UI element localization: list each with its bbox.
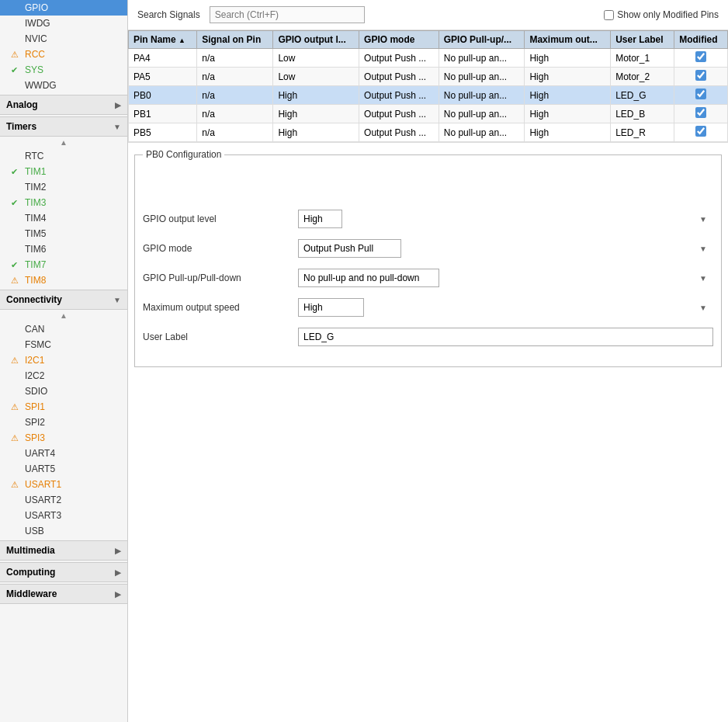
col-modified[interactable]: Modified xyxy=(674,31,728,49)
sidebar-item-tim6[interactable]: TIM6 xyxy=(0,241,127,257)
computing-section[interactable]: Computing ▶ xyxy=(0,562,127,582)
col-gpio-mode[interactable]: GPIO mode xyxy=(359,31,439,49)
scroll-up-arrow[interactable]: ▲ xyxy=(0,137,127,148)
table-cell: Output Push ... xyxy=(359,105,439,123)
sidebar: GPIO IWDG NVIC ⚠ RCC ✔ SYS WWDG Analog ▶… xyxy=(0,0,128,722)
max-output-speed-select[interactable]: Low Medium High Very High xyxy=(298,298,364,317)
table-row[interactable]: PB1n/aHighOutput Push ...No pull-up an..… xyxy=(129,105,728,123)
multimedia-section[interactable]: Multimedia ▶ xyxy=(0,540,127,561)
modified-checkbox[interactable] xyxy=(695,126,706,137)
sidebar-item-uart4[interactable]: UART4 xyxy=(0,446,127,461)
col-pin-name[interactable]: Pin Name ▲ xyxy=(129,31,197,49)
scroll-up-arrow-2[interactable]: ▲ xyxy=(0,310,127,321)
sidebar-item-iwdg[interactable]: IWDG xyxy=(0,16,127,31)
col-gpio-output-level[interactable]: GPIO output l... xyxy=(273,31,359,49)
gpio-mode-select[interactable]: Output Push Pull Output Open Drain Input… xyxy=(298,239,401,258)
table-row[interactable]: PB0n/aHighOutput Push ...No pull-up an..… xyxy=(129,86,728,105)
gpio-pullup-select[interactable]: No pull-up and no pull-down Pull-up Pull… xyxy=(298,269,439,287)
sidebar-item-can[interactable]: CAN xyxy=(0,321,127,337)
space-icon xyxy=(11,229,22,238)
gpio-output-level-label: GPIO output level xyxy=(143,213,298,224)
chevron-right-icon: ▶ xyxy=(115,568,121,577)
sidebar-item-sdio[interactable]: SDIO xyxy=(0,384,127,399)
show-modified-label: Show only Modified Pins xyxy=(617,9,719,20)
sidebar-item-usb[interactable]: USB xyxy=(0,523,127,539)
table-cell: n/a xyxy=(197,105,273,123)
sidebar-item-spi3[interactable]: ⚠ SPI3 xyxy=(0,430,127,446)
sidebar-item-wwdg[interactable]: WWDG xyxy=(0,78,127,93)
table-cell: Low xyxy=(273,49,359,68)
table-cell: PA4 xyxy=(129,49,197,68)
sidebar-item-tim4[interactable]: TIM4 xyxy=(0,210,127,226)
chevron-right-icon: ▶ xyxy=(115,590,121,599)
gpio-pullup-label: GPIO Pull-up/Pull-down xyxy=(143,272,298,283)
modified-checkbox[interactable] xyxy=(695,89,706,99)
chevron-down-icon: ▼ xyxy=(113,123,121,131)
col-user-label[interactable]: User Label xyxy=(611,31,674,49)
table-cell: n/a xyxy=(197,86,273,105)
modified-checkbox[interactable] xyxy=(695,107,706,118)
middleware-section[interactable]: Middleware ▶ xyxy=(0,584,127,604)
sidebar-item-spi1[interactable]: ⚠ SPI1 xyxy=(0,399,127,415)
space-icon xyxy=(11,81,22,90)
search-input[interactable] xyxy=(210,6,365,23)
show-modified-checkbox[interactable] xyxy=(604,10,614,20)
table-cell: High xyxy=(525,123,611,142)
sidebar-item-usart1[interactable]: ⚠ USART1 xyxy=(0,477,127,492)
sidebar-item-tim1[interactable]: ✔ TIM1 xyxy=(0,164,127,179)
config-row-gpio-mode: GPIO mode Output Push Pull Output Open D… xyxy=(143,239,713,258)
table-row[interactable]: PB5n/aHighOutput Push ...No pull-up an..… xyxy=(129,123,728,142)
space-icon xyxy=(11,418,22,427)
config-fieldset: PB0 Configuration GPIO output level High… xyxy=(134,149,722,367)
table-cell: PB0 xyxy=(129,86,197,105)
col-max-output-speed[interactable]: Maximum out... xyxy=(525,31,611,49)
modified-cell xyxy=(674,68,728,86)
sidebar-item-i2c2[interactable]: I2C2 xyxy=(0,368,127,384)
sidebar-item-rcc[interactable]: ⚠ RCC xyxy=(0,47,127,62)
user-label-input[interactable] xyxy=(298,328,713,346)
table-cell: High xyxy=(273,86,359,105)
table-cell: No pull-up an... xyxy=(439,49,525,68)
sidebar-item-tim5[interactable]: TIM5 xyxy=(0,226,127,241)
space-icon xyxy=(11,213,22,223)
main-content: Search Signals Show only Modified Pins P… xyxy=(128,0,728,722)
modified-cell xyxy=(674,86,728,105)
warning-icon: ⚠ xyxy=(11,356,22,366)
check-icon: ✔ xyxy=(11,167,22,177)
sidebar-item-tim7[interactable]: ✔ TIM7 xyxy=(0,257,127,272)
gpio-pullup-select-wrapper: No pull-up and no pull-down Pull-up Pull… xyxy=(298,269,713,287)
config-row-gpio-output-level: GPIO output level High Low xyxy=(143,210,713,228)
space-icon xyxy=(11,387,22,396)
table-cell: LED_B xyxy=(611,105,674,123)
sidebar-item-rtc[interactable]: RTC xyxy=(0,148,127,164)
analog-section[interactable]: Analog ▶ xyxy=(0,95,127,115)
user-label-label: User Label xyxy=(143,331,298,342)
sidebar-item-sys[interactable]: ✔ SYS xyxy=(0,62,127,78)
sidebar-item-tim2[interactable]: TIM2 xyxy=(0,179,127,195)
warning-icon: ⚠ xyxy=(11,276,22,286)
connectivity-section[interactable]: Connectivity ▼ xyxy=(0,290,127,310)
sidebar-item-usart2[interactable]: USART2 xyxy=(0,492,127,508)
table-cell: High xyxy=(525,68,611,86)
sidebar-item-usart3[interactable]: USART3 xyxy=(0,508,127,523)
sidebar-item-uart5[interactable]: UART5 xyxy=(0,461,127,477)
modified-cell xyxy=(674,49,728,68)
sidebar-item-fsmc[interactable]: FSMC xyxy=(0,337,127,352)
sidebar-item-tim8[interactable]: ⚠ TIM8 xyxy=(0,272,127,288)
pins-table: Pin Name ▲ Signal on Pin GPIO output l..… xyxy=(128,30,728,142)
modified-checkbox[interactable] xyxy=(695,51,706,62)
sidebar-item-nvic[interactable]: NVIC xyxy=(0,31,127,47)
sidebar-item-gpio[interactable]: GPIO xyxy=(0,0,127,16)
table-row[interactable]: PA4n/aLowOutput Push ...No pull-up an...… xyxy=(129,49,728,68)
table-cell: No pull-up an... xyxy=(439,105,525,123)
table-row[interactable]: PA5n/aLowOutput Push ...No pull-up an...… xyxy=(129,68,728,86)
modified-checkbox[interactable] xyxy=(695,70,706,81)
sidebar-item-spi2[interactable]: SPI2 xyxy=(0,415,127,430)
sidebar-item-i2c1[interactable]: ⚠ I2C1 xyxy=(0,352,127,368)
table-cell: No pull-up an... xyxy=(439,68,525,86)
gpio-output-level-select[interactable]: High Low xyxy=(298,210,342,228)
timers-section[interactable]: Timers ▼ xyxy=(0,116,127,137)
sidebar-item-tim3[interactable]: ✔ TIM3 xyxy=(0,195,127,210)
col-signal-on-pin[interactable]: Signal on Pin xyxy=(197,31,273,49)
col-gpio-pullup[interactable]: GPIO Pull-up/... xyxy=(439,31,525,49)
